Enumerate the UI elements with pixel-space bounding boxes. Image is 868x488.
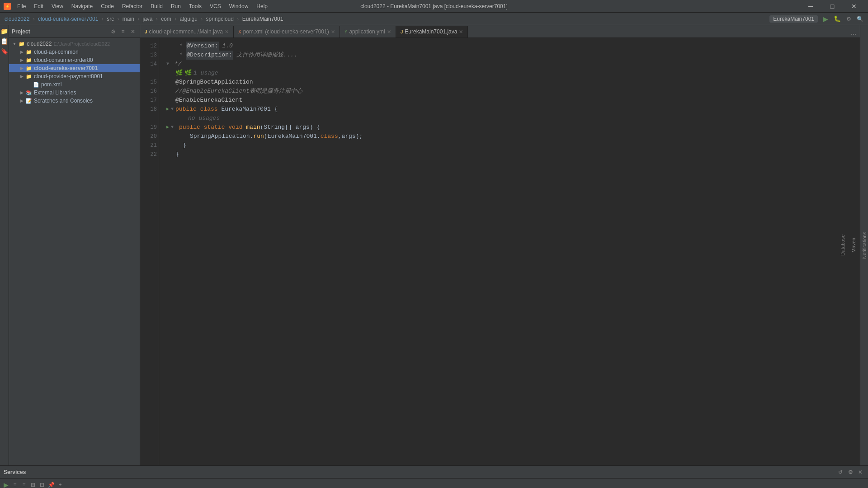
breadcrumb-file[interactable]: EurekaMain7001	[242, 16, 283, 22]
svc-add-button[interactable]: +	[56, 481, 64, 488]
tab-close-yml[interactable]: ✕	[387, 29, 391, 35]
menu-run[interactable]: Run	[167, 2, 184, 10]
code-line-17: @EnableEurekaClient	[166, 96, 860, 105]
tab-close-eureka[interactable]: ✕	[459, 29, 463, 35]
run-button[interactable]: ▶	[823, 15, 828, 23]
code-editor: 12 13 14 · 15 16 17 18 · 19 20 21 22 * @…	[140, 38, 860, 465]
left-sidebar-icons: 📁 📋 🔖	[0, 25, 9, 465]
svc-filter-button[interactable]: ⊟	[38, 481, 46, 488]
tree-item-consumer[interactable]: ▶ 📁 cloud-consumer-order80	[9, 56, 140, 64]
fold-gutter-18[interactable]: ▼	[171, 105, 174, 114]
tree-item-scratches[interactable]: ▶ 📝 Scratches and Consoles	[9, 97, 140, 105]
close-button[interactable]: ✕	[844, 0, 864, 13]
menu-file[interactable]: File	[14, 2, 29, 10]
code-line-16: //@EnableEurekaClient表明是服务注册中心	[166, 87, 860, 96]
project-settings-icon[interactable]: ⚙	[109, 28, 117, 36]
tab-close-pom[interactable]: ✕	[331, 29, 335, 35]
breadcrumb-module[interactable]: cloud-eureka-server7001	[38, 16, 98, 22]
code-line-20: SpringApplication.run(EurekaMain7001.cla…	[166, 132, 860, 141]
code-line-12: * @Version: 1.0	[166, 42, 860, 51]
tab-main-java[interactable]: J cloud-api-common...\Main.java ✕	[140, 26, 234, 38]
project-panel-title: Project	[12, 28, 107, 35]
breadcrumb-src[interactable]: src	[107, 16, 114, 22]
maximize-button[interactable]: □	[822, 0, 843, 13]
project-panel: Project ⚙ ≡ ✕ ▼ 📁 cloud2022 E:\JavaProje…	[9, 25, 140, 465]
code-line-19: ▶ ▼ public static void main(String[] arg…	[166, 123, 860, 132]
tree-item-payment[interactable]: ▶ 📁 cloud-provider-payment8001	[9, 72, 140, 80]
code-line-14: ▼ */	[166, 60, 860, 69]
services-refresh-icon[interactable]: ↺	[836, 468, 844, 476]
code-line-21: }	[166, 141, 860, 150]
tree-item-pom[interactable]: ▶ 📄 pom.xml	[9, 80, 140, 89]
code-content[interactable]: * @Version: 1.0 * @Description: 文件作用详细描述…	[159, 38, 860, 465]
window-title: cloud2022 - EurekaMain7001.java [cloud-e…	[360, 3, 508, 9]
database-tab[interactable]: Database	[839, 231, 846, 259]
tree-root[interactable]: ▼ 📁 cloud2022 E:\JavaProject\cloud2022	[9, 40, 140, 48]
code-line-15: @SpringBootApplication	[166, 78, 860, 87]
tree-item-ext-libs[interactable]: ▶ 📚 External Libraries	[9, 89, 140, 97]
code-line-13: * @Description: 文件作用详细描述....	[166, 51, 860, 60]
tab-yml[interactable]: Y application.yml ✕	[340, 26, 396, 38]
notifications-tab[interactable]: Notifications	[861, 228, 868, 263]
svc-collapse-button[interactable]: ≡	[11, 481, 19, 488]
menu-vcs[interactable]: VCS	[206, 2, 225, 10]
tab-pom[interactable]: X pom.xml (cloud-eureka-server7001) ✕	[234, 26, 340, 38]
svc-run-button[interactable]: ▶	[2, 481, 10, 488]
tree-item-eureka[interactable]: ▶ 📁 cloud-eureka-server7001	[9, 64, 140, 72]
window-controls: ─ □ ✕	[800, 0, 864, 13]
services-panel-header: Services ↺ ⚙ ✕	[0, 466, 868, 479]
menu-window[interactable]: Window	[226, 2, 252, 10]
menu-view[interactable]: View	[48, 2, 67, 10]
tab-eureka-main[interactable]: J EurekaMain7001.java ✕	[396, 26, 468, 38]
tab-more-icon[interactable]: ⋯	[851, 31, 856, 38]
structure-button[interactable]: 📋	[0, 37, 9, 45]
services-close-icon[interactable]: ✕	[856, 468, 864, 476]
tree-item-api-common[interactable]: ▶ 📁 cloud-api-common	[9, 48, 140, 56]
minimize-button[interactable]: ─	[800, 0, 821, 13]
search-icon[interactable]: 🔍	[857, 16, 863, 22]
menu-build[interactable]: Build	[147, 2, 166, 10]
project-tree: ▼ 📁 cloud2022 E:\JavaProject\cloud2022 ▶…	[9, 38, 140, 465]
breadcrumb-com[interactable]: com	[161, 16, 171, 22]
services-settings-icon[interactable]: ⚙	[846, 468, 854, 476]
menu-code[interactable]: Code	[97, 2, 118, 10]
code-line-22: }	[166, 150, 860, 159]
svc-pin-button[interactable]: 📌	[47, 481, 55, 488]
fold-gutter-19[interactable]: ▼	[171, 123, 174, 132]
usage-hint-2: no usages	[188, 114, 860, 123]
menu-help[interactable]: Help	[253, 2, 271, 10]
project-collapse-icon[interactable]: ≡	[119, 28, 127, 36]
svc-expand-button[interactable]: ≡	[20, 481, 28, 488]
breadcrumb-springcloud[interactable]: springcloud	[206, 16, 234, 22]
svc-group-button[interactable]: ⊞	[29, 481, 37, 488]
menu-bar: File Edit View Navigate Code Refactor Bu…	[14, 2, 271, 10]
app-icon: ⚡	[4, 3, 11, 10]
services-panel-title: Services	[4, 469, 835, 475]
right-sidebar-tabs: Notifications Maven Database	[860, 25, 868, 465]
services-toolbar: ▶ ≡ ≡ ⊞ ⊟ 📌 +	[0, 479, 868, 488]
editor-tabs: J cloud-api-common...\Main.java ✕ X pom.…	[140, 25, 860, 38]
breadcrumb-project[interactable]: cloud2022	[5, 16, 29, 22]
title-bar: ⚡ File Edit View Navigate Code Refactor …	[0, 0, 868, 13]
menu-navigate[interactable]: Navigate	[68, 2, 96, 10]
breadcrumb: cloud2022 › cloud-eureka-server7001 › sr…	[0, 13, 868, 25]
usage-hint-1: 🌿 🌿 1 usage	[175, 69, 860, 78]
bookmark-button[interactable]: 🔖	[0, 47, 9, 55]
menu-refactor[interactable]: Refactor	[118, 2, 146, 10]
settings-icon[interactable]: ⚙	[846, 16, 851, 22]
breadcrumb-java[interactable]: java	[143, 16, 153, 22]
menu-tools[interactable]: Tools	[185, 2, 205, 10]
run-gutter-18[interactable]: ▶	[166, 105, 169, 114]
tab-close-main[interactable]: ✕	[225, 29, 229, 35]
breadcrumb-main[interactable]: main	[123, 16, 134, 22]
code-line-18: ▶ ▼ public class EurekaMain7001 {	[166, 105, 860, 114]
breadcrumb-atguigu[interactable]: atguigu	[180, 16, 198, 22]
menu-edit[interactable]: Edit	[30, 2, 47, 10]
run-gutter-19[interactable]: ▶	[166, 123, 169, 132]
maven-tab[interactable]: Maven	[850, 234, 857, 256]
project-close-icon[interactable]: ✕	[129, 28, 137, 36]
run-config-label: EurekaMain7001	[769, 15, 818, 23]
project-view-button[interactable]: 📁	[0, 27, 9, 35]
debug-button[interactable]: 🐛	[834, 15, 841, 22]
fold-gutter-14[interactable]: ▼	[166, 60, 169, 69]
